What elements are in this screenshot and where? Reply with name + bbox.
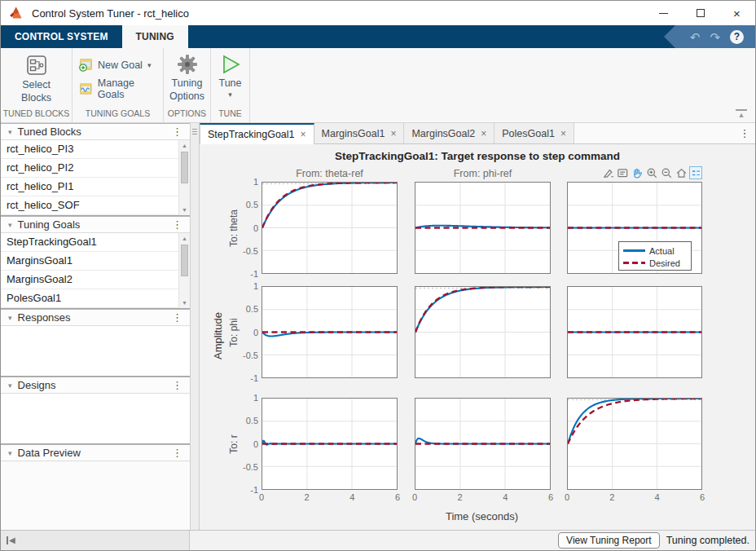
redo-icon[interactable]: ↷ <box>710 31 720 43</box>
subplot-r3c1[interactable] <box>262 398 398 490</box>
panel-header-tuninggoals[interactable]: ▾Tuning Goals⋮ <box>1 216 190 233</box>
collapse-icon[interactable]: ▾ <box>8 449 12 457</box>
y-tick-label: -1 <box>234 269 258 279</box>
doc-tab-marginsgoal2[interactable]: MarginsGoal2× <box>404 123 494 143</box>
subplot-r2c1[interactable] <box>262 286 398 378</box>
doc-tab-marginsgoal1[interactable]: MarginsGoal1× <box>314 123 405 143</box>
undo-icon[interactable]: ↶ <box>690 31 701 43</box>
x-tick-label: 4 <box>655 492 660 502</box>
legend-label: Desired <box>649 258 680 268</box>
scroll-thumb[interactable] <box>181 152 188 183</box>
scroll-down-icon[interactable]: ▼ <box>179 300 190 306</box>
plot-legend[interactable]: ActualDesired <box>618 241 692 271</box>
select-blocks-button[interactable]: Select Blocks <box>1 50 72 108</box>
tab-overflow-menu-icon[interactable]: ⋮ <box>734 123 755 143</box>
scroll-down-icon[interactable]: ▼ <box>179 207 190 213</box>
collapse-icon[interactable]: ▾ <box>8 221 12 229</box>
doc-tab-label: PolesGoal1 <box>502 128 555 139</box>
new-goal-dropdown-icon[interactable]: ▾ <box>147 61 152 69</box>
scrollbar[interactable]: ▲▼ <box>178 140 190 215</box>
y-tick-label: 0 <box>234 223 258 233</box>
list-item[interactable]: MarginsGoal1 <box>1 252 190 271</box>
pan-icon[interactable] <box>631 166 644 179</box>
export-icon[interactable] <box>601 166 614 179</box>
collapse-sidebar-button[interactable]: ◀ <box>7 536 15 544</box>
panel-menu-icon[interactable]: ⋮ <box>172 379 190 391</box>
panel-title: Data Preview <box>18 447 81 459</box>
panel-title: Tuning Goals <box>18 218 81 231</box>
collapse-icon[interactable]: ▾ <box>8 381 12 390</box>
collapse-icon[interactable]: ▾ <box>8 314 12 322</box>
doc-tab-label: MarginsGoal1 <box>322 128 385 139</box>
tune-dropdown-icon[interactable]: ▾ <box>228 90 232 99</box>
tuning-options-button[interactable]: Tuning Options <box>164 50 210 108</box>
y-tick-label: 0.5 <box>234 416 258 425</box>
x-tick-label: 4 <box>349 492 354 502</box>
panel-menu-icon[interactable]: ⋮ <box>172 126 190 138</box>
panel-header-tunedblocks[interactable]: ▾Tuned Blocks⋮ <box>1 123 190 140</box>
home-icon[interactable] <box>675 166 688 179</box>
list-item[interactable]: rct_helico_SOF <box>1 196 190 215</box>
close-tab-icon[interactable]: × <box>301 129 306 140</box>
y-tick-label: 0.5 <box>234 304 258 314</box>
list-item[interactable]: rct_helico_PI3 <box>1 140 190 159</box>
tune-button[interactable]: Tune ▾ <box>211 50 249 108</box>
legend-entry: Desired <box>623 257 686 269</box>
list-item[interactable]: rct_helico_PI1 <box>1 178 190 196</box>
view-tuning-report-button[interactable]: View Tuning Report <box>558 532 660 549</box>
sidebar-splitter[interactable] <box>190 123 200 530</box>
x-tick-label: 2 <box>458 492 463 502</box>
close-tab-icon[interactable]: × <box>481 128 486 139</box>
maximize-button[interactable] <box>682 1 719 25</box>
zoom-in-icon[interactable] <box>645 166 658 179</box>
manage-goals-button[interactable]: Manage Goals <box>79 77 163 100</box>
subplot-r2c2[interactable] <box>415 286 551 378</box>
zoom-out-icon[interactable] <box>660 166 673 179</box>
doc-tab-polesgoal1[interactable]: PolesGoal1× <box>494 123 574 143</box>
scroll-up-icon[interactable]: ▲ <box>179 236 190 241</box>
new-goal-button[interactable]: New Goal ▾ <box>79 58 163 72</box>
minimize-button[interactable] <box>645 1 682 25</box>
panel-menu-icon[interactable]: ⋮ <box>172 447 190 459</box>
doc-tab-steptrackinggoal1[interactable]: StepTrackingGoal1× <box>200 123 314 144</box>
list-item[interactable]: StepTrackingGoal1 <box>1 233 190 252</box>
y-tick-label: 1 <box>234 393 258 403</box>
group-label-options: OPTIONS <box>164 108 210 122</box>
collapse-icon[interactable]: ▾ <box>8 128 12 136</box>
panel-menu-icon[interactable]: ⋮ <box>172 218 190 231</box>
tab-control-system[interactable]: CONTROL SYSTEM <box>1 25 122 48</box>
group-label-tuning-goals: TUNING GOALS <box>73 108 163 122</box>
list-item[interactable]: rct_helico_PI2 <box>1 159 190 178</box>
subplot-r2c3[interactable] <box>567 286 702 378</box>
list-item[interactable]: PolesGoal1 <box>1 289 190 308</box>
panel-header-responses[interactable]: ▾Responses⋮ <box>1 309 190 326</box>
datatip-icon[interactable] <box>616 166 629 179</box>
scroll-up-icon[interactable]: ▲ <box>179 143 190 148</box>
subplot-r3c3[interactable] <box>567 398 702 490</box>
close-button[interactable]: × <box>719 1 755 25</box>
panel-menu-icon[interactable]: ⋮ <box>172 311 190 324</box>
tab-tuning[interactable]: TUNING <box>122 25 188 48</box>
tuning-options-label: Tuning Options <box>166 77 209 103</box>
axes-toolbar <box>601 165 702 180</box>
subplot-r1c1[interactable] <box>262 182 398 274</box>
collapse-ribbon-button[interactable]: ▲ <box>736 109 747 118</box>
subplot-r3c2[interactable] <box>415 398 551 490</box>
status-message: Tuning completed. <box>666 535 749 546</box>
window-title: Control System Tuner - rct_helico <box>32 7 189 20</box>
list-item[interactable]: MarginsGoal2 <box>1 271 190 289</box>
close-tab-icon[interactable]: × <box>390 128 396 139</box>
plot-region: StepTrackingGoal1: Target response to st… <box>200 144 755 530</box>
help-icon[interactable]: ? <box>730 30 744 44</box>
scrollbar[interactable]: ▲▼ <box>178 233 190 308</box>
panel-header-designs[interactable]: ▾Designs⋮ <box>1 377 190 394</box>
subplot-r1c2[interactable] <box>415 182 551 274</box>
group-options: Tuning Options OPTIONS <box>164 48 211 122</box>
legend-icon[interactable] <box>689 166 702 179</box>
title-bar: Control System Tuner - rct_helico × <box>1 1 755 25</box>
status-right: View Tuning Report Tuning completed. <box>190 531 755 550</box>
close-tab-icon[interactable]: × <box>560 128 566 139</box>
x-tick-label: 0 <box>565 492 569 502</box>
panel-header-datapreview[interactable]: ▾Data Preview⋮ <box>1 444 190 461</box>
scroll-thumb[interactable] <box>181 245 188 276</box>
